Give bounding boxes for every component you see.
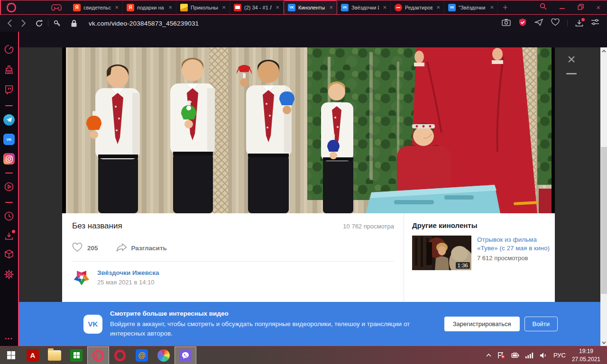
share-label[interactable]: Разгласить [131,245,167,252]
channel-name-link[interactable]: Звёздочки Ижевска [97,269,159,276]
page-top-strip [19,32,607,47]
clock[interactable]: 19:19 27.05.2021 [572,347,602,363]
windows-taskbar: A @ РУС 19:19 27.05.2021 [0,346,607,364]
tab-close-icon[interactable]: × [167,4,173,11]
minimize-window-icon[interactable] [559,3,565,12]
scrollbar-thumb[interactable] [601,147,607,294]
blocked-favicon [395,4,402,11]
close-window-icon[interactable]: × [596,3,600,11]
extensions-box-icon[interactable] [4,249,14,261]
site-key-icon[interactable] [53,19,61,27]
history-clock-icon[interactable] [4,211,14,223]
flow-send-icon[interactable] [534,18,543,28]
layer-close-icon[interactable]: × [563,52,579,66]
tab-kinolenty-active[interactable]: VK Киноленты З × [284,0,337,15]
like-count[interactable]: 205 [87,245,98,252]
page-scrollbar[interactable] [600,47,607,346]
tab-close-icon[interactable]: × [328,4,334,11]
layer-minimize-icon[interactable] [566,73,577,74]
tab-podarki[interactable]: Я подарки на с × [123,0,176,15]
opera-gx-taskbar-icon[interactable] [87,346,109,364]
bookmark-heart-icon[interactable] [551,18,560,28]
tab-close-icon[interactable]: × [275,4,280,11]
opera-menu-icon[interactable] [7,3,16,12]
tab-redaktirovanie[interactable]: Редактирова × [391,0,444,15]
tray-date: 27.05.2021 [572,355,600,363]
tab-svidetelstvo[interactable]: Я свидетельств × [69,0,123,15]
snapshot-camera-icon[interactable] [502,18,511,28]
system-tray: РУС 19:19 27.05.2021 [486,347,607,363]
telegram-icon[interactable] [3,114,15,126]
scroll-down-icon[interactable] [600,339,607,346]
speed-dial-icon[interactable] [4,44,14,56]
divider [72,261,394,262]
viber-taskbar-icon[interactable] [175,346,196,364]
gx-corner-icon[interactable] [51,4,62,11]
vk-messenger-icon[interactable]: VK [3,134,15,145]
reload-icon[interactable] [35,19,43,27]
banner-title: Смотрите больше интересных видео [110,310,414,317]
url-text[interactable]: vk.com/video-203845873_456239031 [89,20,199,27]
related-videos-card: Другие киноленты [404,213,555,302]
address-bar: vk.com/video-203845873_456239031 [0,14,607,32]
video-stage: × [19,47,607,213]
related-title-link[interactable]: Отрывок из фильма «Туве» (с 27 мая в кин… [477,236,559,252]
related-thumbnail[interactable]: 1:36 [412,236,471,270]
tab-close-icon[interactable]: × [435,4,441,11]
tab-close-icon[interactable]: × [221,4,227,11]
tab-close-icon[interactable]: × [489,4,495,11]
forward-icon[interactable] [21,19,26,27]
explorer-taskbar-icon[interactable] [44,346,65,364]
network-signal-icon[interactable] [525,352,533,358]
sidebar-downloads-icon[interactable] [4,231,14,241]
scroll-up-icon[interactable] [600,47,607,55]
video-player[interactable] [62,47,555,213]
opera-taskbar-icon[interactable] [109,346,131,364]
colorwheel-taskbar-icon[interactable] [153,346,175,364]
tab-prikolnye[interactable]: Прикольные × [176,0,230,15]
volume-icon[interactable] [540,352,547,359]
language-indicator[interactable]: РУС [553,352,566,359]
battery-icon[interactable] [511,352,519,359]
register-button[interactable]: Зарегистрироваться [444,317,520,331]
related-heading: Другие киноленты [412,221,477,229]
video-info-card: Без названия 10 762 просмотра 205 Разгла… [62,213,404,302]
share-arrow-icon[interactable] [116,243,127,254]
tab-mail[interactable]: (2) 34 - #1 Л × [230,0,284,15]
restore-window-icon[interactable] [578,3,584,12]
player-icon[interactable] [4,182,14,194]
tab-zvezdochki-2[interactable]: VK "Звёздочки × [444,0,498,15]
settings-gear-icon[interactable] [4,269,14,282]
downloads-icon[interactable] [575,19,583,27]
channel-avatar[interactable] [72,268,91,287]
mailru-taskbar-icon[interactable]: @ [131,346,153,364]
related-video-item[interactable]: 1:36 Отрывок из фильма «Туве» (с 27 мая … [412,236,559,270]
new-tab-button[interactable]: + [503,3,508,12]
video-title: Без названия [72,221,122,231]
tab-close-icon[interactable]: × [382,4,387,11]
tab-strip: Я свидетельств × Я подарки на с × Прикол… [69,0,498,15]
yandex-favicon: Я [127,4,134,11]
duration-badge: 1:36 [456,262,470,269]
settings-sliders-icon[interactable] [591,18,599,28]
lock-icon[interactable] [71,19,77,27]
login-button[interactable]: Войти [524,317,558,331]
instagram-icon[interactable] [3,153,15,164]
cleaner-brush-icon[interactable] [4,64,14,77]
related-views: 7 612 просмотров [477,255,559,262]
mail-favicon [234,4,241,11]
store-taskbar-icon[interactable] [65,346,87,364]
action-flag-icon[interactable] [497,352,505,359]
tab-close-icon[interactable]: × [114,4,120,11]
sidebar-more-icon[interactable]: ••• [5,336,13,341]
acrobat-taskbar-icon[interactable]: A [22,346,44,364]
adblock-shield-icon[interactable] [518,18,527,28]
tab-zvezdochki[interactable]: VK Звёздочки И × [337,0,391,15]
vk-favicon: VK [288,4,295,11]
tray-expand-icon[interactable] [486,354,491,357]
like-heart-icon[interactable] [72,243,83,254]
tab-search-icon[interactable] [540,3,547,12]
twitch-icon[interactable] [4,85,14,97]
back-icon[interactable] [8,19,12,27]
start-button[interactable] [0,346,22,364]
